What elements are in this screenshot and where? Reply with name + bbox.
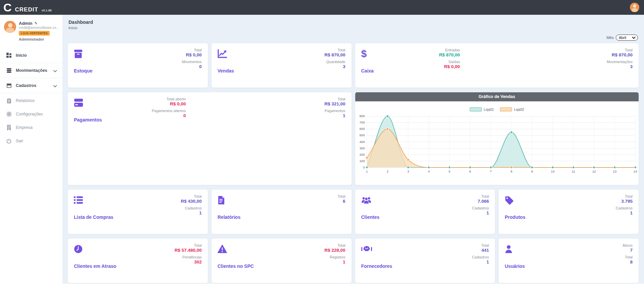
chart-title: Gráfico de Vendas [355,92,639,101]
topbar: C CREDIT v0.1.88 [0,0,644,15]
card-title-link[interactable]: Clientes [361,214,379,220]
user-profile: Admin ✎ credit@anronsoftware.co... LOJA … [0,19,62,41]
card-title-link[interactable]: Caixa [361,68,374,74]
stat-value: R$ 228,00 [324,248,345,253]
topbar-user-avatar-icon[interactable] [630,3,639,12]
card-lista-compras: Lista de Compras TotalR$ 430,00 Cadastro… [68,190,208,234]
stat-value: R$ 0,00 [439,64,460,69]
stack-icon [6,68,12,73]
sidebar-item-label: Início [16,53,27,58]
sidebar-item-relatorios[interactable]: Relatórios [0,94,62,107]
svg-text:2: 2 [386,169,388,173]
stat-value: 3 [607,64,633,69]
card-title-link[interactable]: Relatórios [218,214,240,220]
card-grid: Estoque TotalR$ 0,00 Movimentos0 Vendas … [68,43,639,283]
svg-text:7: 7 [490,169,492,173]
sidebar-item-movimentacoes[interactable]: Movimentações [0,64,62,77]
stat-value: 7.066 [472,199,489,204]
svg-text:800: 800 [359,114,365,118]
stat-value: 0 [182,64,201,69]
card-title-link[interactable]: Clientes em Atraso [74,263,116,269]
stat-value: R$ 870,00 [439,52,460,57]
stat-value: R$ 430,00 [181,199,201,204]
stat-label: Movimentos [182,60,201,64]
sidebar-item-label: Relatórios [16,98,35,103]
card-caixa: $ Caixa EntradasR$ 870,00 SaídasR$ 0,00 … [355,43,639,88]
svg-text:14: 14 [633,169,637,173]
clipboard-icon [6,98,12,103]
svg-text:4: 4 [428,169,430,173]
card-title-link[interactable]: Usuários [505,263,525,269]
svg-text:12: 12 [592,169,596,173]
stat-value: 1 [324,259,345,264]
sidebar-item-cadastros[interactable]: Cadastros [0,79,62,92]
app-brand: C CREDIT v0.1.88 [3,1,52,14]
stat-value: 3 [324,64,345,69]
stat-value: R$ 870,00 [607,52,633,57]
svg-text:0: 0 [363,165,365,169]
card-title-link[interactable]: Fornecedores [361,263,393,269]
app-name: CREDIT [15,6,38,13]
month-filter-label: Mês [606,36,614,40]
stat-value: 8 [623,259,633,264]
stat-value: 1 [472,210,489,215]
chevron-down-icon [632,37,636,39]
stat-label: Total [337,194,345,198]
card-usuarios: Usuários Ativos7 Total8 [499,239,639,283]
svg-text:6: 6 [469,169,471,173]
stat-value: R$ 870,00 [324,52,345,57]
user-role: Administrador [19,37,58,41]
stat-label: Pendências [175,255,202,259]
tag-icon [505,195,633,205]
store-badge: LOJA VERTENTES [19,31,50,36]
sidebar-item-label: Cadastros [16,83,36,88]
archive-icon [6,83,12,88]
card-title-link[interactable]: Vendas [218,68,234,74]
stat-label: Cadastros [472,206,489,210]
stat-label: Total [607,48,633,52]
card-title-link[interactable]: Lista de Compras [74,214,113,220]
card-title-link[interactable]: Clientes no SPC [218,263,254,269]
stat-value: R$ 321,00 [324,101,345,106]
users-icon [361,195,489,205]
card-title-link[interactable]: Estoque [74,68,92,74]
stat-label: Cadastros [616,206,633,210]
breadcrumb: Início [68,26,639,30]
svg-text:10: 10 [551,169,554,173]
user-avatar[interactable] [4,21,16,33]
stat-label: Total [472,243,489,247]
sidebar: Admin ✎ credit@anronsoftware.co... LOJA … [0,15,62,291]
user-icon [505,244,633,254]
sidebar-item-configuracoes[interactable]: Configurações [0,107,62,121]
user-email: credit@anronsoftware.co... [19,26,58,30]
card-clientes-atraso: Clientes em Atraso TotalR$ 57.480,00 Pen… [68,239,208,283]
stat-value: 1 [472,259,489,264]
sales-area-chart: 0100200300400500600700800123456789101112… [355,112,639,176]
stat-label: Pagamentos abertos [152,109,186,113]
sidebar-item-empresa[interactable]: Empresa [0,121,62,134]
chart-legend: Loja01Loja02 [355,107,639,111]
legend-label: Loja02 [514,108,524,111]
svg-text:600: 600 [359,127,365,131]
svg-text:200: 200 [359,153,365,156]
stat-label: Cadastros [181,206,201,210]
legend-swatch-icon [500,107,512,111]
stat-value: 441 [472,248,489,253]
svg-text:8: 8 [510,169,512,173]
card-clientes: Clientes Total7.066 Cadastros1 [355,190,495,234]
chevron-down-icon [53,83,57,89]
card-vendas: Vendas TotalR$ 870,00 Quantidade3 [212,43,352,88]
sidebar-item-label: Empresa [16,125,33,130]
svg-text:3: 3 [407,169,409,173]
sidebar-item-inicio[interactable]: Início [0,49,62,62]
edit-profile-icon[interactable]: ✎ [34,21,37,26]
sidebar-item-sair[interactable]: Sair [0,134,62,148]
card-title-link[interactable]: Produtos [505,214,525,220]
stat-label: Cadastros [472,255,489,259]
card-title-link[interactable]: Pagamentos [74,117,102,123]
page-title: Dashboard [68,19,639,25]
svg-text:13: 13 [613,169,616,173]
stat-label: Total [181,194,201,198]
month-select-value: Abril [619,36,626,40]
month-select[interactable]: Abril [616,35,638,41]
